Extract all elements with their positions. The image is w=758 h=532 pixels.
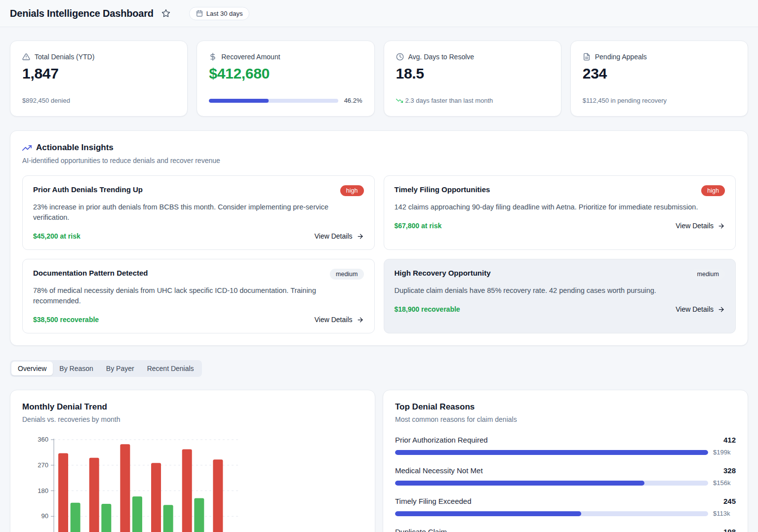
bottom-panels: Monthly Denial Trend Denials vs. recover… [10,390,748,532]
kpi-row: Total Denials (YTD) 1,847 $892,450 denie… [10,41,748,117]
insight-card-documentation-pattern[interactable]: Documentation Pattern Detected medium 78… [22,259,375,333]
tab-by-reason[interactable]: By Reason [53,362,99,375]
severity-badge: medium [691,269,725,280]
insight-amount: $67,800 at risk [395,222,442,230]
reason-row-timely-filing: Timely Filing Exceeded 245 $113k [395,497,736,517]
monthly-trend-chart: 90180270360 [22,429,249,532]
bar-denials-5 [213,459,223,532]
svg-text:270: 270 [38,461,48,469]
bar-recoveries-3 [163,505,173,532]
kpi-card-total-denials: Total Denials (YTD) 1,847 $892,450 denie… [10,41,188,117]
monthly-denial-trend-card: Monthly Denial Trend Denials vs. recover… [10,390,375,532]
kpi-card-avg-days-to-resolve: Avg. Days to Resolve 18.5 2.3 days faste… [384,41,561,117]
view-details-button[interactable]: View Details [315,316,364,324]
favorite-button[interactable] [160,8,171,19]
denial-reasons-list: Prior Authorization Required 412 $199k M… [395,436,736,532]
date-range-filter[interactable]: Last 30 days [189,7,250,20]
bar-denials-3 [151,463,161,532]
view-details-button[interactable]: View Details [676,305,725,313]
insight-description: Duplicate claim denials have 85% recover… [395,286,711,296]
severity-badge: medium [330,269,363,280]
tab-recent-denials[interactable]: Recent Denials [141,362,200,375]
arrow-right-icon [718,222,725,230]
star-icon [161,9,170,18]
recovery-progress: 46.2% [209,97,362,104]
trending-down-icon [396,97,403,104]
insight-amount: $18,900 recoverable [395,305,460,313]
insights-subtitle: AI-identified opportunities to reduce de… [22,157,736,164]
chart-title: Monthly Denial Trend [22,402,363,412]
arrow-right-icon [357,316,364,324]
arrow-right-icon [357,233,364,240]
bar-recoveries-1 [101,504,111,532]
insight-title: Documentation Pattern Detected [33,269,148,277]
reason-amount: $199k [713,449,736,456]
reason-label: Medical Necessity Not Met [395,466,483,475]
tab-by-payer[interactable]: By Payer [100,362,141,375]
kpi-label: Recovered Amount [221,53,280,61]
kpi-value: 1,847 [22,65,175,82]
insight-title: Timely Filing Opportunities [395,185,490,194]
bar-denials-4 [182,450,192,532]
reason-row-prior-authorization: Prior Authorization Required 412 $199k [395,436,736,456]
kpi-label: Avg. Days to Resolve [408,53,475,61]
reason-amount: $156k [713,479,736,487]
bar-recoveries-4 [194,498,204,532]
reason-progress-bar [395,481,708,486]
insight-card-timely-filing[interactable]: Timely Filing Opportunities high 142 cla… [384,175,736,250]
bar-denials-1 [89,458,99,532]
bar-denials-2 [120,444,130,532]
reasons-subtitle: Most common reasons for claim denials [395,415,736,423]
severity-badge: high [340,185,364,196]
insight-card-high-recovery[interactable]: High Recovery Opportunity medium Duplica… [384,259,736,333]
arrow-right-icon [718,306,725,313]
view-details-button[interactable]: View Details [676,222,725,230]
insight-card-prior-auth[interactable]: Prior Auth Denials Trending Up high 23% … [22,175,375,250]
insights-title: Actionable Insights [36,143,114,153]
page-header: Denials Intelligence Dashboard Last 30 d… [0,0,758,27]
insight-description: 23% increase in prior auth denials from … [33,202,349,223]
view-details-button[interactable]: View Details [315,232,364,240]
reason-row-medical-necessity: Medical Necessity Not Met 328 $156k [395,466,736,487]
kpi-footer: $892,450 denied [22,97,175,104]
insight-description: 78% of medical necessity denials from UH… [33,286,349,306]
chart-subtitle: Denials vs. recoveries by month [22,415,363,423]
insight-title: Prior Auth Denials Trending Up [33,185,143,194]
kpi-value: 234 [583,65,736,82]
svg-text:180: 180 [38,487,48,494]
reason-progress-bar [395,450,708,455]
reason-label: Duplicate Claim [395,528,447,532]
bar-recoveries-2 [132,496,142,532]
severity-badge: high [701,185,725,196]
dollar-icon [209,53,217,61]
svg-text:90: 90 [41,512,48,520]
reason-label: Prior Authorization Required [395,436,488,444]
reasons-title: Top Denial Reasons [395,402,736,412]
kpi-label: Pending Appeals [595,53,647,61]
kpi-footer: 2.3 days faster than last month [405,97,493,104]
tab-bar: Overview By Reason By Payer Recent Denia… [10,360,202,377]
kpi-value: $412,680 [209,65,362,82]
insight-description: 142 claims approaching 90-day filing dea… [395,202,711,212]
reason-count: 245 [723,497,736,505]
insights-grid: Prior Auth Denials Trending Up high 23% … [22,175,736,333]
dashboard-main: Total Denials (YTD) 1,847 $892,450 denie… [0,41,758,532]
file-text-icon [583,53,591,61]
reason-amount: $113k [713,510,736,517]
tab-overview[interactable]: Overview [11,362,53,375]
kpi-value: 18.5 [396,65,549,82]
kpi-label: Total Denials (YTD) [35,53,94,61]
bar-recoveries-0 [71,503,80,532]
kpi-card-recovered-amount: Recovered Amount $412,680 46.2% [197,41,374,117]
bar-denials-0 [58,453,68,532]
actionable-insights-section: Actionable Insights AI-identified opport… [10,130,748,346]
alert-triangle-icon [22,53,30,61]
insight-amount: $45,200 at risk [33,232,80,240]
progress-percentage: 46.2% [344,97,362,104]
reason-progress-bar [395,511,708,516]
svg-text:360: 360 [38,436,48,443]
page-title: Denials Intelligence Dashboard [10,8,154,19]
calendar-icon [196,10,203,17]
progress-fill [209,99,269,103]
reason-row-duplicate-claim: Duplicate Claim 198 [395,528,736,532]
